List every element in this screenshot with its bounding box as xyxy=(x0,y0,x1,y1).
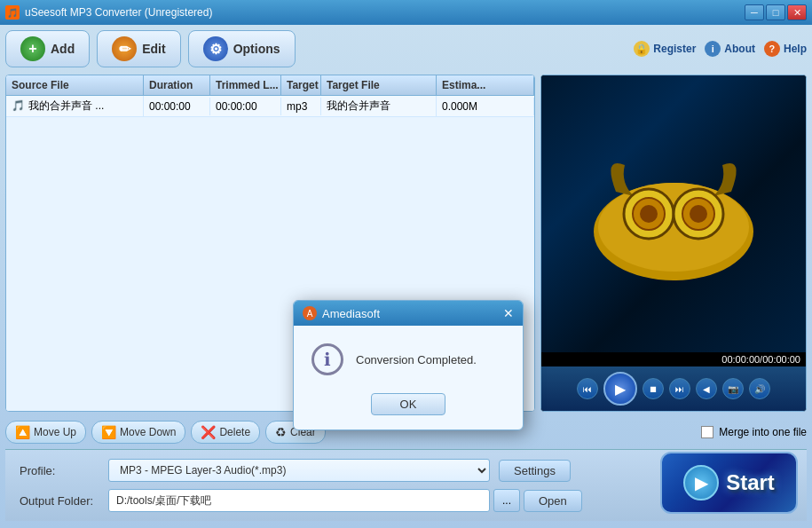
clear-icon: ♻ xyxy=(275,425,287,439)
profile-label: Profile: xyxy=(20,464,108,477)
maximize-button[interactable]: □ xyxy=(766,4,785,20)
minimize-button[interactable]: ─ xyxy=(745,4,764,20)
help-button[interactable]: ? Help xyxy=(764,41,807,57)
file-icon: 🎵 xyxy=(12,99,25,112)
col-header-target-fmt: Target F... xyxy=(281,75,321,95)
dialog-ok-button[interactable]: OK xyxy=(371,393,446,415)
conversion-dialog: A Amediasoft ✕ ℹ Conversion Completed. O… xyxy=(293,300,524,430)
close-button[interactable]: ✕ xyxy=(787,4,807,20)
delete-icon: ❌ xyxy=(201,425,216,439)
register-icon: 🔒 xyxy=(634,41,650,57)
delete-button[interactable]: ❌ Delete xyxy=(191,421,260,444)
merge-checkbox-area[interactable]: Merge into one file xyxy=(701,426,807,438)
stop-button[interactable]: ⏹ xyxy=(643,378,664,399)
cell-source: 🎵我的合并声音 ... xyxy=(6,96,144,116)
volume-button[interactable]: 🔊 xyxy=(749,378,770,399)
col-header-estimate: Estima... xyxy=(437,75,534,95)
move-down-button[interactable]: 🔽 Move Down xyxy=(91,421,185,444)
move-down-icon: 🔽 xyxy=(101,425,116,439)
dialog-message: Conversion Completed. xyxy=(356,353,477,366)
cell-target-fmt: mp3 xyxy=(281,98,321,115)
file-list-header: Source File Duration Trimmed L... Target… xyxy=(6,75,534,96)
play-button[interactable]: ▶ xyxy=(603,372,637,406)
screenshot-button[interactable]: 📷 xyxy=(722,378,744,399)
dialog-title-text: Amediasoft xyxy=(322,307,380,320)
options-icon: ⚙ xyxy=(203,36,228,61)
add-button[interactable]: + Add xyxy=(5,30,90,67)
col-header-duration: Duration xyxy=(144,75,210,95)
skip-end-button[interactable]: ⏭ xyxy=(669,378,690,399)
col-header-target-file: Target File xyxy=(321,75,437,95)
preview-logo xyxy=(585,147,762,280)
output-folder-label: Output Folder: xyxy=(20,494,108,508)
svg-point-4 xyxy=(640,205,658,223)
edit-button[interactable]: ✏ Edit xyxy=(97,30,180,67)
skip-start-button[interactable]: ⏮ xyxy=(577,378,598,399)
app-title: uSeesoft MP3 Converter (Unregistered) xyxy=(25,6,212,19)
profile-select[interactable]: MP3 - MPEG Layer-3 Audio(*.mp3) xyxy=(108,459,490,482)
add-icon: + xyxy=(20,36,45,61)
col-header-source: Source File xyxy=(6,75,144,95)
cell-target-file: 我的合并声音 xyxy=(321,96,437,116)
table-row[interactable]: 🎵我的合并声音 ... 00:00:00 00:00:00 mp3 我的合并声音… xyxy=(6,96,534,117)
help-icon: ? xyxy=(764,41,780,57)
start-button[interactable]: ▶ Start xyxy=(660,452,798,514)
about-button[interactable]: i About xyxy=(705,41,755,57)
svg-point-7 xyxy=(690,205,707,223)
preview-time: 00:00:00/00:00:00 xyxy=(541,352,806,366)
dialog-title-bar: A Amediasoft ✕ xyxy=(294,301,523,326)
move-up-icon: 🔼 xyxy=(15,425,30,439)
frame-back-button[interactable]: ◀ xyxy=(696,378,717,399)
title-bar: 🎵 uSeesoft MP3 Converter (Unregistered) … xyxy=(0,0,812,25)
output-folder-input[interactable] xyxy=(108,489,490,512)
preview-video xyxy=(541,75,806,352)
svg-point-1 xyxy=(598,183,749,272)
cell-estimate: 0.000M xyxy=(437,98,534,115)
move-up-button[interactable]: 🔼 Move Up xyxy=(5,421,86,444)
browse-button[interactable]: ... xyxy=(493,489,520,512)
cell-trimmed: 00:00:00 xyxy=(210,98,281,115)
edit-icon: ✏ xyxy=(112,36,137,61)
options-button[interactable]: ⚙ Options xyxy=(188,30,296,67)
open-button[interactable]: Open xyxy=(524,490,582,512)
preview-panel: 00:00:00/00:00:00 ⏮ ▶ ⏹ ⏭ ◀ 📷 🔊 xyxy=(540,75,807,412)
col-header-trimmed: Trimmed L... xyxy=(210,75,281,95)
dialog-icon: A xyxy=(303,306,317,320)
app-icon: 🎵 xyxy=(5,5,20,20)
settings-button[interactable]: Settings xyxy=(499,460,571,482)
start-arrow-icon: ▶ xyxy=(683,465,719,500)
dialog-close-button[interactable]: ✕ xyxy=(503,306,514,320)
start-label: Start xyxy=(726,470,775,495)
dialog-info-icon: ℹ xyxy=(311,343,343,375)
merge-checkbox[interactable] xyxy=(701,426,713,438)
preview-controls[interactable]: ⏮ ▶ ⏹ ⏭ ◀ 📷 🔊 xyxy=(541,366,806,411)
about-icon: i xyxy=(705,41,721,57)
register-button[interactable]: 🔒 Register xyxy=(634,41,696,57)
cell-duration: 00:00:00 xyxy=(144,98,210,115)
